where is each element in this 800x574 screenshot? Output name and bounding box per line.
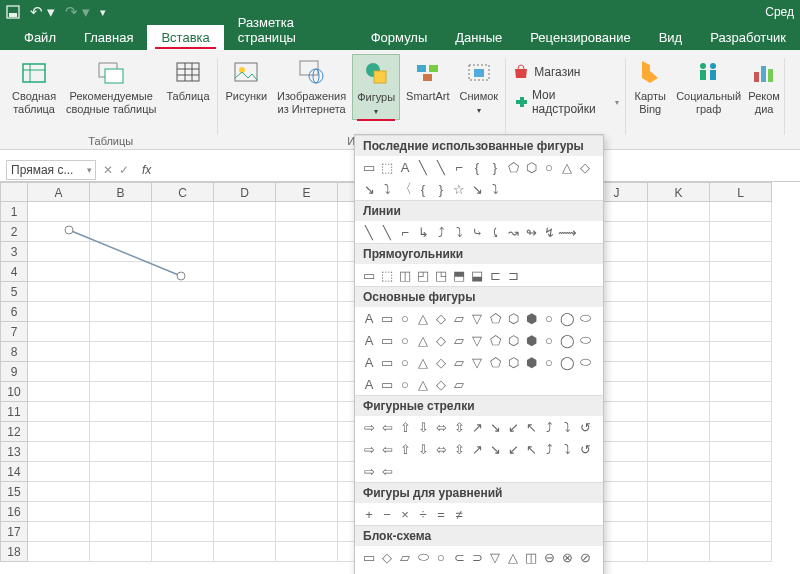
shape-gallery-item[interactable]: ⇧ [397,441,413,457]
tab-Файл[interactable]: Файл [10,25,70,50]
cell[interactable] [276,422,338,442]
cell[interactable] [648,542,710,562]
shape-gallery-item[interactable]: ◯ [559,332,575,348]
shape-gallery-item[interactable]: ▭ [379,332,395,348]
tab-Вставка[interactable]: Вставка [147,25,223,50]
shape-gallery-item[interactable]: ▭ [361,159,377,175]
shape-gallery-item[interactable]: ⊗ [559,549,575,565]
shape-gallery-item[interactable]: A [361,332,377,348]
shape-gallery-item[interactable]: ⬭ [577,332,593,348]
cell[interactable] [90,342,152,362]
cell[interactable] [214,422,276,442]
row-header[interactable]: 5 [0,282,28,302]
cell[interactable] [276,282,338,302]
cell[interactable] [710,522,772,542]
cell[interactable] [90,462,152,482]
cell[interactable] [90,322,152,342]
shape-gallery-item[interactable]: ⬄ [433,441,449,457]
shape-gallery-item[interactable]: ▱ [451,376,467,392]
cell[interactable] [214,442,276,462]
cell[interactable] [710,422,772,442]
column-header[interactable]: K [648,182,710,202]
shape-gallery-item[interactable]: ⤵ [379,181,395,197]
shape-gallery-item[interactable]: △ [415,332,431,348]
smartart-button[interactable]: SmartArt [402,54,453,120]
cell[interactable] [710,402,772,422]
cell[interactable] [648,382,710,402]
cell[interactable] [28,302,90,322]
cell[interactable] [152,482,214,502]
tab-Разработчик[interactable]: Разработчик [696,25,800,50]
shape-gallery-item[interactable]: ⊖ [541,549,557,565]
shape-gallery-item[interactable]: ↬ [523,224,539,240]
cell[interactable] [648,482,710,502]
cell[interactable] [90,422,152,442]
row-header[interactable]: 4 [0,262,28,282]
shape-gallery-item[interactable]: { [415,181,431,197]
shape-gallery-item[interactable]: ⬢ [523,332,539,348]
cell[interactable] [214,482,276,502]
fx-icon[interactable]: fx [142,163,151,177]
row-header[interactable]: 16 [0,502,28,522]
cell[interactable] [276,462,338,482]
cell[interactable] [90,282,152,302]
cell[interactable] [28,422,90,442]
cell[interactable] [90,402,152,422]
shape-gallery-item[interactable]: ◯ [559,354,575,370]
shape-gallery-item[interactable]: ⇳ [451,441,467,457]
shape-gallery-item[interactable]: ⤷ [469,224,485,240]
shape-gallery-item[interactable]: ⊃ [469,549,485,565]
cell[interactable] [152,202,214,222]
shape-gallery-item[interactable]: ⬢ [523,354,539,370]
shape-gallery-item[interactable]: + [361,506,377,522]
shape-gallery-item[interactable]: ⊘ [577,549,593,565]
shape-gallery-item[interactable]: ▱ [451,310,467,326]
shape-gallery-item[interactable]: △ [415,310,431,326]
enter-icon[interactable]: ✓ [119,163,129,177]
shape-gallery-item[interactable]: ◰ [415,267,431,283]
shape-gallery-item[interactable]: ○ [397,332,413,348]
shape-gallery-item[interactable]: − [379,506,395,522]
cell[interactable] [276,382,338,402]
cell[interactable] [648,202,710,222]
cell[interactable] [28,382,90,402]
cell[interactable] [710,322,772,342]
cell[interactable] [710,382,772,402]
cell[interactable] [152,282,214,302]
shape-gallery-item[interactable]: ⇳ [451,419,467,435]
cell[interactable] [214,222,276,242]
cell[interactable] [152,382,214,402]
cell[interactable] [152,442,214,462]
shape-gallery-item[interactable]: ⬠ [487,354,503,370]
shape-gallery-item[interactable]: ⤵ [487,181,503,197]
cell[interactable] [710,282,772,302]
shape-gallery-item[interactable]: ╲ [379,224,395,240]
store-button[interactable]: Магазин [510,62,622,82]
cell[interactable] [152,302,214,322]
cell[interactable] [710,262,772,282]
cell[interactable] [276,522,338,542]
cell[interactable] [276,362,338,382]
cancel-icon[interactable]: ✕ [103,163,113,177]
recommended-charts-button[interactable]: Реком диа [747,54,781,118]
cell[interactable] [90,542,152,562]
shape-gallery-item[interactable]: ↘ [361,181,377,197]
shape-gallery-item[interactable]: ⬢ [523,310,539,326]
shape-gallery-item[interactable]: ◳ [433,267,449,283]
shape-gallery-item[interactable]: ▭ [379,310,395,326]
cell[interactable] [152,542,214,562]
cell[interactable] [648,522,710,542]
cell[interactable] [152,342,214,362]
shape-gallery-item[interactable]: ▭ [379,376,395,392]
shape-gallery-item[interactable]: ⬡ [523,159,539,175]
cell[interactable] [90,502,152,522]
shape-gallery-item[interactable]: ⬭ [415,549,431,565]
column-header[interactable]: C [152,182,214,202]
row-header[interactable]: 15 [0,482,28,502]
shape-gallery-item[interactable]: ⟿ [559,224,575,240]
cell[interactable] [276,242,338,262]
cell[interactable] [152,422,214,442]
shape-gallery-item[interactable]: ↗ [469,419,485,435]
shape-gallery-item[interactable]: ⬭ [577,354,593,370]
shape-gallery-item[interactable]: ⬡ [505,310,521,326]
